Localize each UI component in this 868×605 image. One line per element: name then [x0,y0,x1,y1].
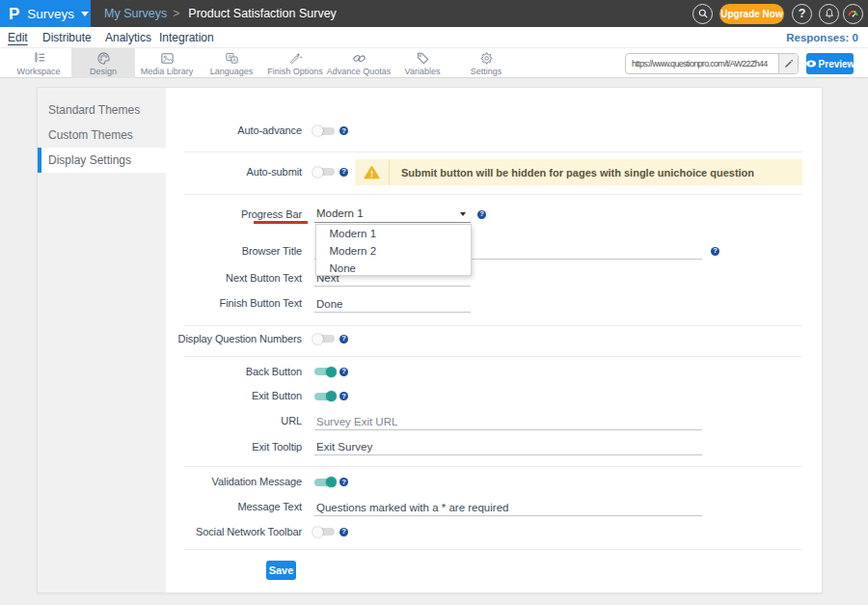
dropdown-option-none[interactable]: None [316,260,471,277]
svg-text:R: R [228,54,231,60]
toolbar-item-design[interactable]: Design [71,48,135,78]
toolbar-item-settings[interactable]: Settings [454,48,518,78]
bell-icon[interactable] [819,4,839,24]
toolbar-item-workspace[interactable]: Workspace [7,48,70,78]
tab-integration[interactable]: Integration [159,27,214,48]
divider [184,325,802,326]
responses-count[interactable]: Responses: 0 [786,27,858,48]
divider [184,466,802,467]
design-toolbar: Workspace Design Media Library RA Langua… [0,48,868,78]
progress-bar-label: Progress Bar [241,208,302,220]
survey-url-input[interactable]: https://www.questionpro.com/t/AW22Zh44 [626,59,778,69]
validation-message-help-icon[interactable]: ? [339,478,348,486]
finish-button-text-label: Finish Button Text [220,297,302,309]
auto-submit-label: Auto-submit [246,166,302,178]
auto-advance-toggle[interactable] [314,126,335,136]
social-network-toolbar-toggle[interactable] [314,527,335,536]
toolbar-item-variables[interactable]: Variables [391,48,454,78]
survey-nav-row: Edit Distribute Analytics Integration Re… [0,27,868,48]
toolbar-item-advance-quotas[interactable]: Advance Quotas [327,48,391,78]
divider [184,194,802,195]
design-icon [96,51,111,66]
validation-message-toggle[interactable] [314,478,335,487]
top-bar: P Surveys My Surveys > Product Satisfact… [0,0,868,27]
auto-advance-help-icon[interactable]: ? [339,126,348,135]
progress-bar-red-annotation [254,221,308,224]
tab-edit[interactable]: Edit [8,27,28,48]
message-text-label: Message Text [238,501,302,512]
eye-icon [805,58,817,69]
preview-button[interactable]: Preview [806,53,854,74]
auto-submit-toggle[interactable] [314,167,335,177]
sidebar-item-standard-themes[interactable]: Standard Themes [38,97,166,123]
divider [184,549,802,550]
social-network-toolbar-help-icon[interactable]: ? [339,528,348,536]
warning-text: Submit button will be hidden for pages w… [390,167,754,179]
help-icon[interactable]: ? [792,4,812,24]
next-button-text-label: Next Button Text [226,272,302,284]
display-question-numbers-label: Display Question Numbers [178,333,302,344]
display-settings-form: Auto-advance ? Auto-submit ? Submit butt… [166,88,822,592]
progress-bar-help-icon[interactable]: ? [477,210,486,219]
progress-bar-dropdown: Modern 1 Modern 2 None [315,224,472,276]
auto-submit-warning: Submit button will be hidden for pages w… [355,159,802,185]
advance-quotas-icon [352,51,366,66]
validation-message-label: Validation Message [212,476,302,487]
auto-submit-help-icon[interactable]: ? [339,168,348,177]
auto-advance-label: Auto-advance [237,124,302,136]
gauge-icon[interactable] [843,4,863,24]
message-text-input[interactable]: Questions marked with a * are required [314,500,702,516]
edit-url-pencil-icon[interactable] [778,54,798,73]
settings-icon [479,51,494,66]
display-settings-card: Standard Themes Custom Themes Display Se… [37,87,823,593]
finish-button-text-input[interactable]: Done [314,296,471,313]
search-icon[interactable] [692,4,713,24]
toolbar-item-languages[interactable]: RA Languages [200,48,263,78]
questionpro-display-settings-screen: P Surveys My Surveys > Product Satisfact… [0,0,868,605]
divider [184,356,802,357]
dropdown-option-modern-1[interactable]: Modern 1 [316,225,471,242]
save-button[interactable]: Save [266,561,296,580]
back-button-help-icon[interactable]: ? [339,368,348,376]
media-library-icon [160,51,175,66]
divider [184,151,802,152]
back-button-toggle[interactable] [314,367,335,376]
sidebar-item-display-settings[interactable]: Display Settings [38,148,166,173]
toolbar-item-media-library[interactable]: Media Library [135,48,199,78]
display-question-numbers-toggle[interactable] [314,334,335,344]
warning-triangle-icon [355,159,390,185]
progress-bar-select[interactable]: Modern 1 [314,206,471,223]
tab-analytics[interactable]: Analytics [105,27,151,48]
exit-tooltip-input[interactable]: Exit Survey [314,439,702,455]
workspace-icon [32,51,46,66]
themes-sidebar: Standard Themes Custom Themes Display Se… [38,88,166,592]
finish-options-icon [288,51,303,66]
dropdown-option-modern-2[interactable]: Modern 2 [316,242,471,260]
social-network-toolbar-label: Social Network Toolbar [196,526,302,537]
tab-distribute[interactable]: Distribute [42,27,92,48]
select-caret-icon [460,212,466,216]
browser-title-help-icon[interactable]: ? [711,247,719,256]
url-label: URL [281,415,302,426]
exit-button-label: Exit Button [252,390,302,401]
sidebar-item-custom-themes[interactable]: Custom Themes [38,123,166,148]
exit-button-toggle[interactable] [314,392,335,401]
survey-exit-url-input[interactable]: Survey Exit URL [314,414,702,430]
exit-button-help-icon[interactable]: ? [339,392,348,400]
display-question-numbers-help-icon[interactable]: ? [339,335,348,344]
browser-title-label: Browser Title [242,245,302,257]
active-item-accent-bar [38,148,41,173]
variables-icon [416,51,430,66]
survey-url-box: https://www.questionpro.com/t/AW22Zh44 [625,53,799,74]
languages-icon: RA [225,51,239,66]
toolbar-item-finish-options[interactable]: Finish Options [263,48,327,78]
upgrade-now-button[interactable]: Upgrade Now [719,4,784,24]
back-button-label: Back Button [246,366,302,377]
exit-tooltip-label: Exit Tooltip [252,441,302,453]
